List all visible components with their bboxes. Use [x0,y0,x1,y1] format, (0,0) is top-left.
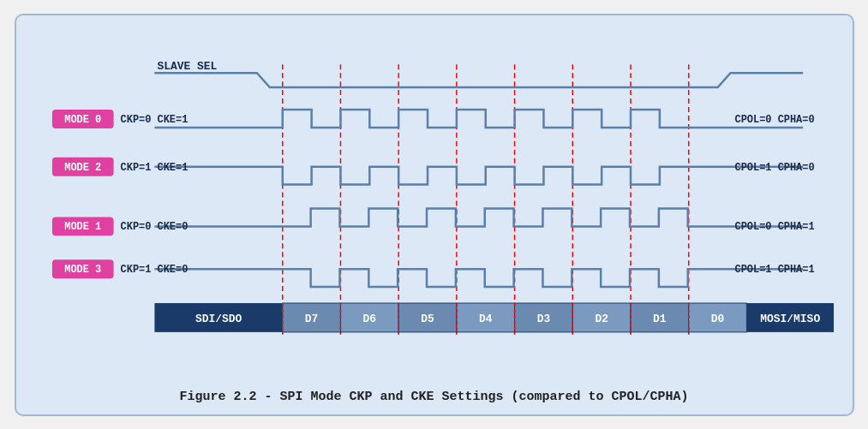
d2-label: D2 [595,312,608,325]
d6-label: D6 [362,312,376,325]
figure-container: SLAVE SEL MODE 0 CKP=0 CKE=1 CPOL=0 CPHA… [15,14,854,416]
d5-label: D5 [421,312,434,325]
d4-label: D4 [478,312,492,325]
mode2-cpol: CPOL=1 CPHA=0 [734,161,814,173]
mode1-ckp: CKP=0 CKE=0 [120,221,188,233]
mode2-label: MODE 2 [64,161,101,173]
slave-sel-label: SLAVE SEL [157,60,217,73]
mode1-cpol: CPOL=0 CPHA=1 [734,221,814,233]
d0-label: D0 [710,312,724,325]
mode3-ckp: CKP=1 CKE=0 [120,264,188,276]
d3-label: D3 [536,312,550,325]
mode3-label: MODE 3 [64,264,101,276]
waveform-svg: SLAVE SEL MODE 0 CKP=0 CKE=1 CPOL=0 CPHA… [35,31,834,383]
mode0-label: MODE 0 [64,113,101,125]
diagram-area: SLAVE SEL MODE 0 CKP=0 CKE=1 CPOL=0 CPHA… [35,31,834,383]
mode1-label: MODE 1 [64,221,101,233]
d1-label: D1 [653,312,667,325]
mode0-cpol: CPOL=0 CPHA=0 [734,113,814,125]
sdi-sdo-label: SDI/SDO [195,312,242,325]
mode2-ckp: CKP=1 CKE=1 [120,161,188,173]
mode0-ckp: CKP=0 CKE=1 [120,113,188,125]
mode3-cpol: CPOL=1 CPHA=1 [734,264,814,276]
d7-label: D7 [304,312,318,325]
mosi-miso-label: MOSI/MISO [760,312,820,325]
figure-caption: Figure 2.2 - SPI Mode CKP and CKE Settin… [35,390,834,404]
